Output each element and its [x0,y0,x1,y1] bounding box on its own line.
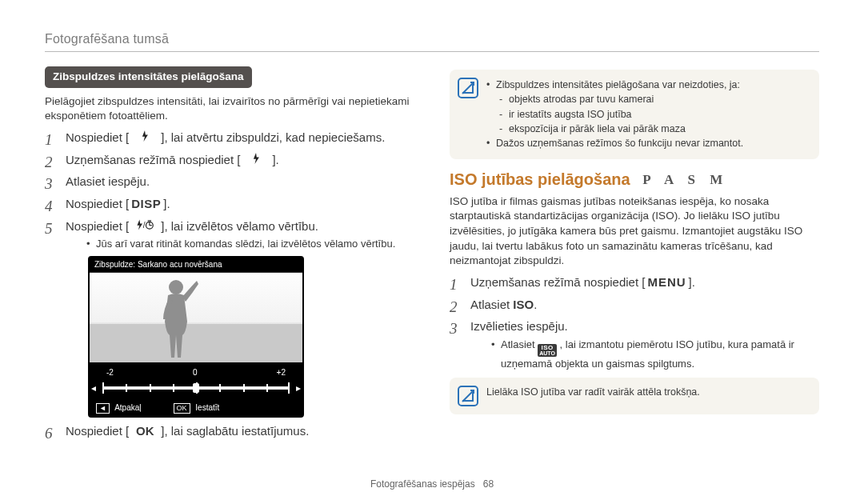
step-2: Atlasiet ISO. [450,297,819,314]
svg-line-6 [462,82,474,94]
text: Nospiediet [ [66,424,129,438]
note-icon [458,386,478,406]
page-header: Fotografēšana tumsā [45,32,819,46]
camera-title: Zibspuldze: Sarkano acu novēršana [90,258,302,273]
step-3: Atlasiet iespēju. [45,174,414,190]
text: Uzņemšanas režīmā nospiediet [ [66,153,240,166]
steps-list: Nospiediet [ ], lai atvērtu zibspuldzi, … [45,130,414,440]
step-4: Nospiediet [DISP]. [45,196,414,213]
slider-label: -2 [106,367,114,378]
note-box: Zibspuldzes intensitātes pielāgošana var… [450,70,819,159]
left-column: Zibspuldzes intensitātes pielāgošana Pie… [45,63,414,474]
text: Atlasiet [470,298,513,311]
text: Nospiediet [ [66,130,129,144]
section-intro: Pielāgojiet zibspuldzes intensitāti, lai… [45,94,414,124]
text: . [534,298,537,311]
ok-key-icon: OK [174,403,190,414]
person-silhouette [152,278,200,359]
cam-set: OK Iestatīt [174,402,220,414]
step-1: Uzņemšanas režīmā nospiediet [MENU]. [450,274,819,291]
section-intro: ISO jutība ir filmas gaismas jutības not… [450,194,819,269]
flash-icon [240,152,272,169]
text: ]. [163,197,170,210]
note-line: Lielāka ISO jutība var radīt vairāk attē… [486,386,700,406]
ok-key: OK [129,423,161,440]
auto-iso-icon: ISO AUTO [538,344,557,357]
mode-indicator: P A S M [642,172,728,187]
section-heading: ISO jutības pielāgošana P A S M [450,169,819,191]
step-1: Nospiediet [ ], lai atvērtu zibspuldzi, … [45,130,414,146]
note-subline: ir iestatīts augsta ISO jutība [499,108,743,122]
camera-preview: Zibspuldze: Sarkano acu novēršana [88,256,304,418]
text: Iestatīt [195,403,219,412]
text: Nospiediet [ [66,197,129,210]
text: ]. [689,275,695,289]
note-icon [458,78,478,98]
menu-key: MENU [645,274,688,291]
step-3: Izvēlieties iespēju. Atlasiet ISO AUTO ,… [450,318,819,371]
text: Uzņemšanas režīmā nospiediet [ [470,275,645,289]
right-column: Zibspuldzes intensitātes pielāgošana var… [450,63,819,474]
disp-key: DISP [129,196,163,213]
note-line: Zibspuldzes intensitātes pielāgošana var… [486,78,743,136]
section-pill: Zibspuldzes intensitātes pielāgošana [45,66,252,88]
note-line: Dažos uzņemšanas režīmos šo funkciju nev… [486,137,743,150]
footer-label: Fotografēšanas iespējas [370,478,475,490]
camera-slider: -2 0 +2 ◂ [90,362,302,400]
substep: Jūs arī varat ritināt komandas slēdzi, l… [86,237,414,251]
text: Izvēlieties iespēju. [470,319,568,333]
arrow-right-icon: ▸ [296,382,301,395]
page: Fotografēšana tumsā Zibspuldzes intensit… [0,0,864,504]
substep: Atlasiet ISO AUTO , lai izmantotu piemēr… [491,338,819,371]
footer-page: 68 [483,478,494,490]
step-5: Nospiediet [ / ], lai izvēlētos vēlamo v… [45,218,414,418]
step-6: Nospiediet [OK], lai saglabātu iestatīju… [45,423,414,440]
text: Nospiediet [ [66,219,129,233]
step-2: Uzņemšanas režīmā nospiediet [ ]. [45,152,414,169]
svg-line-7 [462,390,474,402]
page-footer: Fotografēšanas iespējas 68 [45,478,819,490]
camera-footer: ◄ Atpakaļ OK Iestatīt [90,400,302,416]
text: ]. [272,153,278,166]
camera-scene [90,273,302,362]
steps-list: Uzņemšanas režīmā nospiediet [MENU]. Atl… [450,274,819,371]
svg-point-5 [169,280,183,294]
slider-label: +2 [277,367,286,378]
back-key-icon: ◄ [96,403,110,414]
divider [45,51,819,52]
flash-icon [129,130,161,146]
flash-timer-icon: / [129,218,161,235]
substeps: Jūs arī varat ritināt komandas slēdzi, l… [66,237,414,251]
substeps: Atlasiet ISO AUTO , lai izmantotu piemēr… [470,338,819,371]
note-subline: objekts atrodas par tuvu kamerai [499,93,743,106]
cam-back: ◄ Atpakaļ [96,402,142,414]
text: Atlasiet [501,338,538,350]
note-subline: ekspozīcija ir pārāk liela vai pārāk maz… [499,122,743,136]
text: ], lai atvērtu zibspuldzi, kad nepiecieš… [161,130,385,144]
text-bold: ISO [513,298,534,311]
text: ], lai izvēlētos vēlamo vērtību. [161,219,318,233]
arrow-left-icon: ◂ [91,382,96,395]
text: Atpakaļ [114,403,141,412]
text: ], lai saglabātu iestatījumus. [161,424,309,438]
svg-text:/: / [143,220,146,229]
columns: Zibspuldzes intensitātes pielāgošana Pie… [45,63,819,474]
note-box: Lielāka ISO jutība var radīt vairāk attē… [450,378,819,414]
slider-label: 0 [193,367,198,378]
